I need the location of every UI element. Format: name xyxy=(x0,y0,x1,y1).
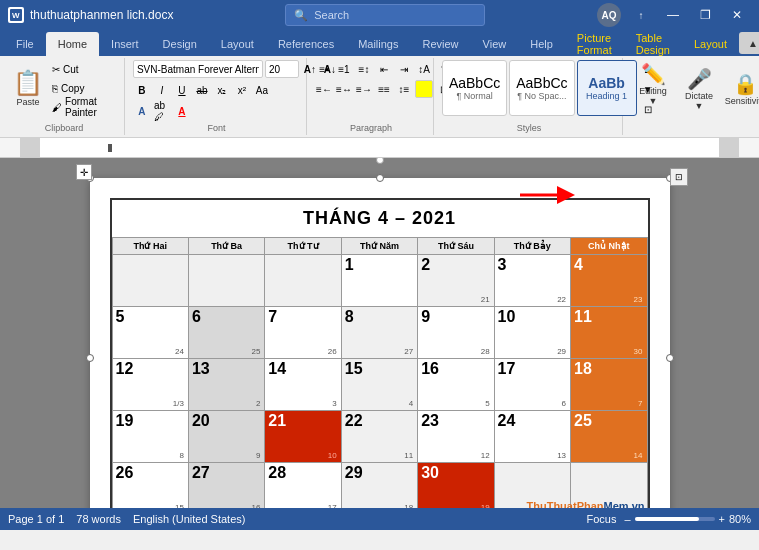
align-right-btn[interactable]: ≡→ xyxy=(355,80,373,98)
underline-btn[interactable]: U xyxy=(173,81,191,99)
cell-17: 176 xyxy=(494,359,570,411)
bullets-btn[interactable]: ≡• xyxy=(315,60,333,78)
numbering-btn[interactable]: ≡1 xyxy=(335,60,353,78)
tab-help[interactable]: Help xyxy=(518,32,565,56)
line-spacing-btn[interactable]: ↕≡ xyxy=(395,80,413,98)
ribbon-tabs: File Home Insert Design Layout Reference… xyxy=(0,30,759,56)
highlight-btn[interactable]: ab🖊 xyxy=(153,102,171,120)
bold-btn[interactable]: B xyxy=(133,81,151,99)
focus-btn[interactable]: Focus xyxy=(586,513,616,525)
tab-references[interactable]: References xyxy=(266,32,346,56)
ribbon-collapse-btn[interactable]: ▲ xyxy=(739,32,759,54)
restore-button[interactable]: ❐ xyxy=(691,4,719,26)
justify-btn[interactable]: ≡≡ xyxy=(375,80,393,98)
cell-empty-2 xyxy=(188,255,264,307)
table-row: 524 625 726 827 928 1029 1130 xyxy=(112,307,647,359)
sensitivity-button[interactable]: 🔒 Sensitivity xyxy=(723,60,759,118)
cell-12: 121/3 xyxy=(112,359,188,411)
selection-handle-mr[interactable] xyxy=(666,354,674,362)
zoom-out-btn[interactable]: – xyxy=(624,513,630,525)
table-row: 121/3 132 143 154 165 176 187 xyxy=(112,359,647,411)
style-nospacing-label: ¶ No Spac... xyxy=(517,91,566,101)
table-row: 2615 2716 2817 2918 3019 ThuThuatPhanMem… xyxy=(112,463,647,509)
brand-watermark: ThuThuatPhanMem.vn xyxy=(527,500,645,508)
tab-home[interactable]: Home xyxy=(46,32,99,56)
font-name-input[interactable] xyxy=(133,60,263,78)
strikethrough-btn[interactable]: ab xyxy=(193,81,211,99)
text-effect-btn[interactable]: A xyxy=(133,102,151,120)
rotate-handle[interactable] xyxy=(376,158,384,164)
align-center-btn[interactable]: ≡↔ xyxy=(335,80,353,98)
superscript-btn[interactable]: x² xyxy=(233,81,251,99)
dictate-button[interactable]: 🎤 Dictate ▼ xyxy=(677,60,721,118)
tab-mailings[interactable]: Mailings xyxy=(346,32,410,56)
cell-19: 198 xyxy=(112,411,188,463)
tab-layout2[interactable]: Layout xyxy=(682,32,739,56)
selection-handle-tm[interactable] xyxy=(376,174,384,182)
increase-indent-btn[interactable]: ⇥ xyxy=(395,60,413,78)
paragraph-group-content: ≡• ≡1 ≡↕ ⇤ ⇥ ↕A ¶ ≡← ≡↔ ≡→ ≡≡ ↕≡ ⊞ xyxy=(315,60,453,121)
table-row: 1 221 322 423 xyxy=(112,255,647,307)
tab-view[interactable]: View xyxy=(471,32,519,56)
cell-26: 2615 xyxy=(112,463,188,509)
page-info: Page 1 of 1 xyxy=(8,513,64,525)
share-button[interactable]: ↑ xyxy=(627,4,655,26)
cell-20: 209 xyxy=(188,411,264,463)
style-no-spacing[interactable]: AaBbCc ¶ No Spac... xyxy=(509,60,574,116)
sensitivity-icon: 🔒 xyxy=(733,72,758,96)
selection-handle-ml[interactable] xyxy=(86,354,94,362)
cell-23: 2312 xyxy=(418,411,494,463)
svg-text:W: W xyxy=(12,11,20,20)
font-color-btn[interactable]: A xyxy=(173,102,191,120)
multilevel-btn[interactable]: ≡↕ xyxy=(355,60,373,78)
format-painter-button[interactable]: 🖌 Format Painter xyxy=(48,98,118,116)
sort-btn[interactable]: ↕A xyxy=(415,60,433,78)
user-avatar[interactable]: AQ xyxy=(597,3,621,27)
cell-24: 2413 xyxy=(494,411,570,463)
cell-5: 524 xyxy=(112,307,188,359)
layout-options-btn[interactable]: ⊡ xyxy=(670,168,688,186)
search-placeholder: Search xyxy=(314,9,349,21)
tab-picture-format[interactable]: Picture Format xyxy=(565,32,624,56)
tab-file[interactable]: File xyxy=(4,32,46,56)
clear-format-btn[interactable]: Aa xyxy=(253,81,271,99)
cell-15: 154 xyxy=(341,359,417,411)
shading-btn[interactable] xyxy=(415,80,433,98)
zoom-slider-track[interactable] xyxy=(635,517,715,521)
paste-button[interactable]: 📋 Paste xyxy=(10,60,46,118)
cell-28: 2817 xyxy=(265,463,341,509)
decrease-indent-btn[interactable]: ⇤ xyxy=(375,60,393,78)
close-button[interactable]: ✕ xyxy=(723,4,751,26)
ribbon-group-font: A↑ A↓ B I U ab x₂ x² Aa A ab🖊 A xyxy=(127,58,307,135)
editing-button[interactable]: ✏️ Editing ▼ xyxy=(631,60,675,108)
italic-btn[interactable]: I xyxy=(153,81,171,99)
search-bar[interactable]: 🔍 Search xyxy=(285,4,485,26)
header-sat: Thứ Bảy xyxy=(494,238,570,255)
font-size-input[interactable] xyxy=(265,60,299,78)
status-left: Page 1 of 1 78 words English (United Sta… xyxy=(8,513,245,525)
ribbon-group-paragraph: ≡• ≡1 ≡↕ ⇤ ⇥ ↕A ¶ ≡← ≡↔ ≡→ ≡≡ ↕≡ ⊞ xyxy=(309,58,434,135)
cell-13: 132 xyxy=(188,359,264,411)
subscript-btn[interactable]: x₂ xyxy=(213,81,231,99)
tab-table-design[interactable]: Table Design xyxy=(624,32,682,56)
ribbon-group-voice: ✏️ Editing ▼ 🎤 Dictate ▼ 🔒 Sensitivity xyxy=(625,58,755,135)
voice-group-content: ✏️ Editing ▼ 🎤 Dictate ▼ 🔒 Sensitivity xyxy=(631,60,759,131)
cut-button[interactable]: ✂ Cut xyxy=(48,60,118,78)
tab-insert[interactable]: Insert xyxy=(99,32,151,56)
align-left-btn[interactable]: ≡← xyxy=(315,80,333,98)
header-tue: Thứ Ba xyxy=(188,238,264,255)
tab-design[interactable]: Design xyxy=(151,32,209,56)
cell-22: 2211 xyxy=(341,411,417,463)
style-normal[interactable]: AaBbCc ¶ Normal xyxy=(442,60,507,116)
minimize-button[interactable]: — xyxy=(659,4,687,26)
zoom-in-btn[interactable]: + xyxy=(719,513,725,525)
calendar-table: Thứ Hai Thứ Ba Thứ Tư Thứ Năm Thứ Sáu Th… xyxy=(112,237,648,508)
style-h1-preview: AaBb xyxy=(588,75,625,91)
cell-6: 625 xyxy=(188,307,264,359)
move-icon[interactable]: ✛ xyxy=(76,164,92,180)
copy-button[interactable]: ⎘ Copy xyxy=(48,79,118,97)
tab-review[interactable]: Review xyxy=(411,32,471,56)
tab-layout[interactable]: Layout xyxy=(209,32,266,56)
clipboard-group-content: 📋 Paste ✂ Cut ⎘ Copy 🖌 Format Painter xyxy=(10,60,118,121)
cell-18: 187 xyxy=(571,359,647,411)
